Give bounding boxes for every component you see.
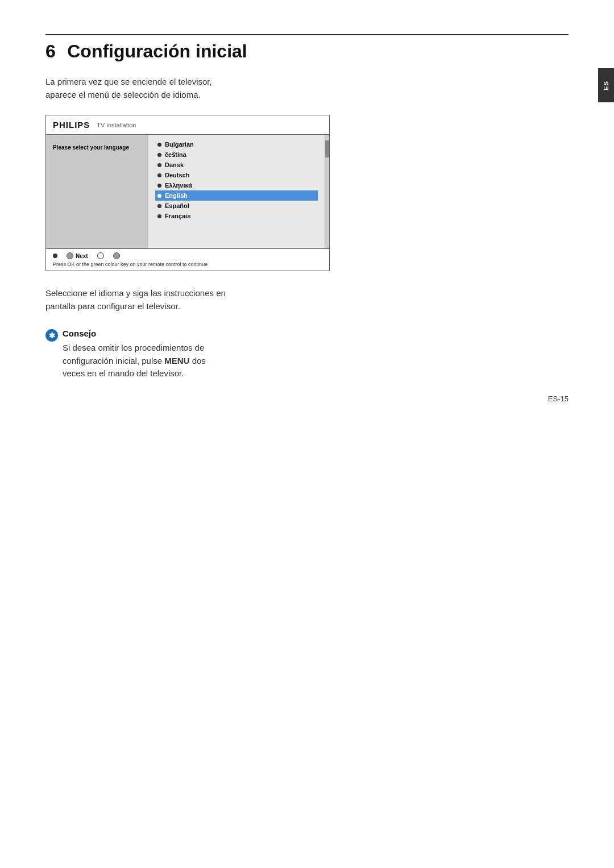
bullet-icon — [157, 184, 161, 188]
tip-icon: ✱ — [45, 329, 58, 342]
bullet-icon — [157, 153, 161, 157]
list-item[interactable]: Dansk — [155, 160, 318, 170]
tip-content: Consejo Si desea omitir los procedimient… — [63, 329, 206, 380]
tv-footer: Next Press OK or the green colour key on… — [46, 248, 329, 271]
footer-empty-circle-icon — [97, 252, 104, 259]
footer-dot-icon — [53, 254, 57, 258]
list-item[interactable]: Deutsch — [155, 170, 318, 180]
chapter-number: 6 — [45, 41, 56, 61]
page-container: ES 6 Configuración inicial La primera ve… — [0, 0, 614, 426]
tip-section: ✱ Consejo Si desea omitir los procedimie… — [45, 329, 569, 380]
language-list-panel: Bulgarian čeština Dansk Deutsch — [148, 135, 325, 248]
list-item[interactable]: Français — [155, 211, 318, 221]
language-list: Bulgarian čeština Dansk Deutsch — [155, 139, 318, 221]
tv-right-wrapper: Bulgarian čeština Dansk Deutsch — [148, 135, 329, 248]
tv-footer-buttons: Next — [53, 252, 322, 259]
side-tab: ES — [598, 68, 614, 102]
chapter-header: 6 Configuración inicial — [45, 34, 569, 62]
list-item[interactable]: Español — [155, 201, 318, 211]
footer-item-circle2 — [113, 252, 120, 259]
intro-text: La primera vez que se enciende el televi… — [45, 76, 569, 101]
list-item-selected[interactable]: English — [155, 190, 318, 201]
bullet-icon — [157, 214, 161, 218]
list-item[interactable]: čeština — [155, 149, 318, 160]
tv-screenshot: PHILIPS TV installation Please select yo… — [45, 115, 330, 271]
tv-footer-hint: Press OK or the green colour key on your… — [53, 261, 322, 267]
select-language-prompt: Please select your language — [53, 144, 129, 151]
chapter-title: Configuración inicial — [67, 41, 247, 61]
body-text: Seleccione el idioma y siga las instrucc… — [45, 287, 569, 313]
tv-installation-label: TV installation — [97, 122, 136, 128]
bullet-icon — [157, 194, 161, 198]
footer-item-next[interactable]: Next — [67, 252, 88, 259]
scrollbar-thumb[interactable] — [325, 140, 329, 157]
tv-body: Please select your language Bulgarian če… — [46, 135, 329, 248]
bullet-icon — [157, 163, 161, 167]
footer-item-dot — [53, 254, 57, 258]
bullet-icon — [157, 204, 161, 208]
tv-left-panel: Please select your language — [46, 135, 148, 248]
bullet-icon — [157, 143, 161, 147]
bullet-icon — [157, 173, 161, 177]
tip-bold-menu: MENU — [164, 356, 189, 366]
footer-circle-icon — [67, 252, 73, 259]
tip-title: Consejo — [63, 329, 206, 338]
tip-text: Si desea omitir los procedimientos de co… — [63, 342, 206, 380]
side-tab-text: ES — [603, 81, 609, 90]
footer-filled-circle-icon — [113, 252, 120, 259]
tip-icon-symbol: ✱ — [49, 331, 55, 340]
scrollbar[interactable] — [325, 135, 329, 248]
list-item[interactable]: Ελληνικά — [155, 180, 318, 190]
footer-item-circle1 — [97, 252, 104, 259]
list-item[interactable]: Bulgarian — [155, 139, 318, 149]
tv-header: PHILIPS TV installation — [46, 115, 329, 135]
page-number: ES-15 — [548, 394, 569, 403]
philips-logo: PHILIPS — [53, 120, 90, 130]
